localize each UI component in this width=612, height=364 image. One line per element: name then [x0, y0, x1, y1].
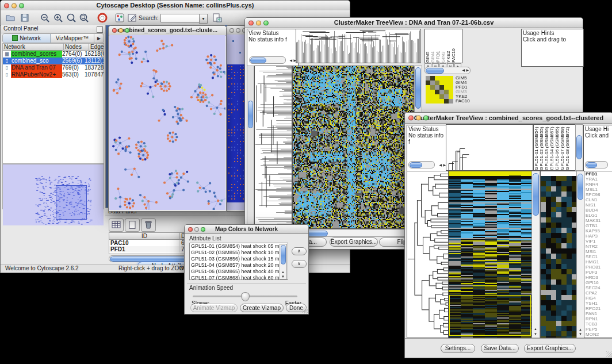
zoom-window-icon[interactable] [263, 20, 269, 25]
resize-grip[interactable] [302, 308, 308, 313]
gene-item[interactable]: HMG1 [586, 259, 612, 265]
gene-item[interactable]: BUD4 [586, 208, 612, 213]
close-icon[interactable] [4, 3, 9, 8]
annotation-icon[interactable] [127, 13, 137, 23]
gene-item[interactable]: SPC98 [586, 192, 612, 197]
network-row[interactable]: ▯DNA and Tran 07769(0)183728(0) [3, 64, 104, 71]
minimize-icon[interactable] [194, 227, 199, 232]
speed-slider-thumb[interactable] [241, 292, 250, 301]
delete-attribute-icon[interactable] [141, 219, 156, 232]
gene-item[interactable]: SEC24 [586, 285, 612, 290]
birdseye-canvas[interactable] [3, 164, 104, 225]
gene-item[interactable]: MSI1 [586, 249, 612, 254]
network-window-titlebar[interactable]: combined_scores_good.txt--cluste... [109, 26, 226, 36]
matrix-gene-label[interactable]: PAC10 [456, 99, 479, 104]
gene-item[interactable]: PHO81 [586, 265, 612, 270]
network-canvas[interactable] [109, 35, 225, 210]
minimize-icon[interactable] [118, 28, 123, 33]
minimize-icon[interactable] [416, 116, 421, 121]
export-graphics-button[interactable]: Export Graphics... [524, 344, 576, 353]
close-icon[interactable] [408, 116, 414, 121]
attribute-item[interactable]: GPL51-03 (GSM856) heat shock 15 min [191, 256, 288, 262]
zoom-fit-icon[interactable] [66, 13, 76, 23]
map-colors-titlebar[interactable]: Map Colors to Network [185, 225, 308, 234]
save-data-button[interactable]: Save Data... [481, 344, 519, 353]
column-dendrogram-canvas[interactable] [296, 29, 421, 63]
gene-item[interactable]: NTR2 [586, 244, 612, 249]
usage-hints-hscrollbar[interactable] [585, 161, 608, 168]
scroll-down-icon[interactable]: ▼ [534, 332, 537, 336]
zoom-heatmap-canvas[interactable] [540, 171, 577, 338]
view-status-hscrollbar[interactable] [249, 56, 286, 64]
zoom-window-icon[interactable] [19, 3, 24, 8]
search-dropdown-icon[interactable]: ▼ [199, 14, 208, 24]
background-network-canvas[interactable] [227, 35, 247, 210]
summary-hscrollbar[interactable]: ◀ ▶ [424, 67, 471, 74]
similarity-matrix-canvas[interactable] [426, 76, 453, 104]
float-panel-icon[interactable] [97, 26, 103, 33]
close-icon[interactable] [112, 28, 117, 33]
close-icon[interactable] [230, 28, 234, 33]
gene-item[interactable]: YSH1 [586, 301, 612, 306]
close-icon[interactable] [248, 20, 254, 25]
attribute-select-icon[interactable] [109, 219, 124, 232]
new-attribute-icon[interactable] [125, 219, 140, 232]
gene-item[interactable]: NIS1 [586, 202, 612, 208]
gene-item[interactable]: SEC1 [586, 254, 612, 259]
gene-item[interactable]: MSL1 [586, 187, 612, 192]
scroll-down-icon[interactable]: ▼ [281, 275, 285, 278]
heatmap-hscrollbar[interactable]: ◀ ▶ [292, 229, 415, 237]
attribute-listbox[interactable]: GPL51-01 (GSM854) heat shock 05 minGPL51… [189, 243, 288, 280]
minimize-icon[interactable] [12, 3, 17, 8]
attribute-item[interactable]: GPL51-01 (GSM854) heat shock 05 min [191, 243, 288, 250]
create-vizmap-button[interactable]: Create Vizmap [240, 304, 284, 312]
vizmapper-icon[interactable] [114, 13, 125, 23]
zoom-out-icon[interactable] [40, 13, 50, 23]
scroll-left-icon[interactable]: ◀ [289, 59, 292, 62]
gene-item[interactable]: KAP95 [586, 228, 612, 233]
attribute-item[interactable]: GPL51-02 (GSM855) heat shock 10 min [191, 250, 288, 256]
gene-item[interactable]: GTB1 [586, 223, 612, 228]
gene-item[interactable]: VIP1 [586, 239, 612, 244]
heatmap-canvas[interactable] [292, 66, 414, 229]
settings-button[interactable]: Settings... [441, 344, 475, 353]
gene-item[interactable]: RPO21 [586, 306, 612, 311]
zoom-window-icon[interactable] [423, 116, 429, 121]
global-overview-strip[interactable] [247, 66, 254, 229]
minimize-icon[interactable] [236, 28, 240, 33]
move-down-button[interactable]: ∨ [292, 260, 307, 268]
import-network-icon[interactable] [212, 13, 222, 23]
gene-item[interactable]: PAN1 [586, 311, 612, 316]
tab-overflow-icon[interactable]: ► [94, 34, 104, 43]
zoom-vscrollbar[interactable]: ▲ ▼ [576, 171, 584, 338]
zoom-selected-icon[interactable] [79, 13, 89, 23]
zoom-window-icon[interactable] [125, 28, 129, 33]
attribute-item[interactable]: GPL51-07 (GSM868) heat shock 60 min [191, 275, 288, 280]
tab-network[interactable]: Network [3, 34, 51, 43]
help-lifesaver-icon[interactable] [97, 13, 108, 23]
gene-item[interactable]: HAP3 [586, 233, 612, 239]
attribute-item[interactable]: GPL51-04 (GSM857) heat shock 20 min [191, 262, 288, 269]
column-dendrogram-canvas[interactable] [446, 124, 533, 171]
gene-item[interactable]: MON2 [586, 332, 612, 337]
view-status-hscrollbar[interactable] [408, 161, 435, 168]
gene-item[interactable]: RPN1 [586, 316, 612, 321]
gene-item[interactable]: MAK31 [586, 218, 612, 223]
zoom-in-icon[interactable] [53, 13, 63, 23]
minimize-icon[interactable] [256, 20, 261, 25]
open-file-icon[interactable] [5, 13, 16, 23]
gene-item[interactable]: PUF3 [586, 270, 612, 275]
gene-item[interactable]: PEP5 [586, 327, 612, 332]
gene-item[interactable]: CPA2 [586, 290, 612, 296]
col-nodes[interactable]: Nodes [64, 44, 89, 51]
scroll-left-icon[interactable]: ◀ [439, 163, 442, 167]
heatmap-canvas[interactable] [448, 171, 532, 338]
network-row[interactable]: ▯combined_sco2569(6)13112(15) [3, 58, 104, 64]
main-titlebar[interactable]: Cytoscape Desktop (Session Name: collins… [1, 1, 350, 11]
heatmap-vscrollbar[interactable]: ▲ ▼ [531, 171, 540, 338]
network-row[interactable]: ▆combined_scores2764(0)16218(0) [3, 51, 104, 58]
move-up-button[interactable]: ∧ [292, 247, 307, 255]
gene-item[interactable]: HRD3 [586, 275, 612, 280]
col-edges[interactable]: Edges [89, 44, 104, 51]
search-input[interactable] [160, 14, 200, 22]
